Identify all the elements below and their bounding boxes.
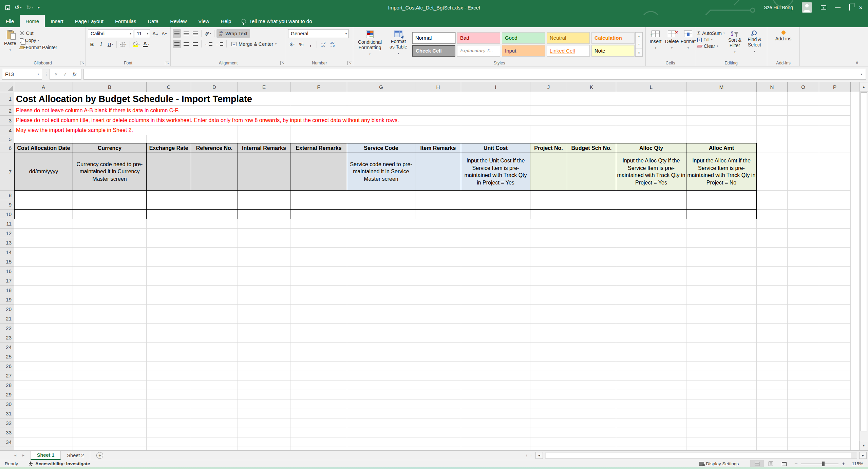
cell-K26[interactable] xyxy=(567,361,616,371)
cell-C18[interactable] xyxy=(147,286,191,295)
cell-C34[interactable] xyxy=(147,437,191,447)
cell-D4[interactable] xyxy=(191,125,238,135)
cell-E14[interactable] xyxy=(238,248,290,257)
cell-C35[interactable] xyxy=(147,447,191,450)
cell-K30[interactable] xyxy=(567,399,616,409)
cell-M33[interactable] xyxy=(686,428,757,437)
cell-E25[interactable] xyxy=(238,352,290,361)
cell-D6[interactable]: Reference No. xyxy=(191,143,238,153)
cell-J13[interactable] xyxy=(530,238,567,248)
cell-D5[interactable] xyxy=(191,135,238,143)
cell-P11[interactable] xyxy=(819,219,851,229)
cell-C20[interactable] xyxy=(147,305,191,314)
cell-G14[interactable] xyxy=(347,248,415,257)
cell-K32[interactable] xyxy=(567,418,616,428)
cell-L1[interactable] xyxy=(616,92,686,106)
clear-button[interactable]: Clear▾ xyxy=(697,43,724,49)
column-header-I[interactable]: I xyxy=(461,82,530,92)
cell-F24[interactable] xyxy=(290,343,347,352)
font-size-select[interactable]: 11▾ xyxy=(134,29,150,38)
cell-G11[interactable] xyxy=(347,219,415,229)
wrap-text-button[interactable]: abc↩ Wrap Text xyxy=(216,29,250,38)
row-header-31[interactable]: 31 xyxy=(0,409,14,418)
shrink-font-button[interactable]: A▾ xyxy=(160,30,168,38)
row-header-32[interactable]: 32 xyxy=(0,418,14,428)
cell-K2[interactable] xyxy=(567,106,616,116)
cell-N16[interactable] xyxy=(757,267,788,276)
cell-H29[interactable] xyxy=(415,390,461,399)
align-center-button[interactable] xyxy=(182,40,190,48)
bold-button[interactable]: B xyxy=(88,40,96,48)
number-format-select[interactable]: General▾ xyxy=(288,29,348,38)
cell-H35[interactable] xyxy=(415,447,461,450)
cell-L9[interactable] xyxy=(616,200,686,210)
cell-I32[interactable] xyxy=(461,418,530,428)
zoom-out-button[interactable]: − xyxy=(794,461,797,467)
cell-L4[interactable] xyxy=(616,125,686,135)
cell-F13[interactable] xyxy=(290,238,347,248)
cell-H14[interactable] xyxy=(415,248,461,257)
cell-E28[interactable] xyxy=(238,380,290,390)
row-header-17[interactable]: 17 xyxy=(0,276,14,286)
cell-L31[interactable] xyxy=(616,409,686,418)
cell-J31[interactable] xyxy=(530,409,567,418)
cell-H34[interactable] xyxy=(415,437,461,447)
cell-D34[interactable] xyxy=(191,437,238,447)
horizontal-scrollbar[interactable] xyxy=(545,452,857,459)
cell-K28[interactable] xyxy=(567,380,616,390)
cell-J9[interactable] xyxy=(530,200,567,210)
cell-K20[interactable] xyxy=(567,305,616,314)
column-header-N[interactable]: N xyxy=(757,82,788,92)
row-header-27[interactable]: 27 xyxy=(0,371,14,380)
cell-A3[interactable]: Please do not edit column title, insert … xyxy=(14,116,73,125)
cell-I3[interactable] xyxy=(461,116,530,125)
zoom-slider-thumb[interactable] xyxy=(822,462,825,466)
cell-M31[interactable] xyxy=(686,409,757,418)
cell-F34[interactable] xyxy=(290,437,347,447)
cell-A34[interactable] xyxy=(14,437,73,447)
scroll-up-button[interactable]: ▲ xyxy=(860,82,868,92)
insert-cells-button[interactable]: ← Insert▾ xyxy=(648,29,663,59)
cell-H13[interactable] xyxy=(415,238,461,248)
cell-E7[interactable] xyxy=(238,153,290,191)
comma-format-button[interactable]: , xyxy=(306,40,315,48)
cell-B7[interactable]: Currency code need to pre-maintained it … xyxy=(73,153,147,191)
cut-button[interactable]: Cut xyxy=(20,31,57,36)
cell-M30[interactable] xyxy=(686,399,757,409)
vertical-scrollbar[interactable]: ▲ ▼ xyxy=(859,82,868,450)
cell-M16[interactable] xyxy=(686,267,757,276)
cell-C29[interactable] xyxy=(147,390,191,399)
cell-I6[interactable]: Unit Cost xyxy=(461,143,530,153)
cell-C5[interactable] xyxy=(147,135,191,143)
cell-J21[interactable] xyxy=(530,314,567,324)
cell-O24[interactable] xyxy=(788,343,819,352)
scroll-down-button[interactable]: ▼ xyxy=(860,441,868,450)
cell-K7[interactable] xyxy=(567,153,616,191)
cell-D29[interactable] xyxy=(191,390,238,399)
cell-E9[interactable] xyxy=(238,200,290,210)
cell-G21[interactable] xyxy=(347,314,415,324)
cell-P22[interactable] xyxy=(819,324,851,333)
cell-H18[interactable] xyxy=(415,286,461,295)
cell-M21[interactable] xyxy=(686,314,757,324)
sheet-tab-sheet-1[interactable]: Sheet 1 xyxy=(31,451,61,460)
row-header-16[interactable]: 16 xyxy=(0,267,14,276)
cell-H16[interactable] xyxy=(415,267,461,276)
cell-style-note[interactable]: Note xyxy=(591,45,635,57)
cell-C4[interactable] xyxy=(147,125,191,135)
cell-K11[interactable] xyxy=(567,219,616,229)
cell-L13[interactable] xyxy=(616,238,686,248)
cell-K8[interactable] xyxy=(567,191,616,200)
cell-O12[interactable] xyxy=(788,229,819,238)
cell-O16[interactable] xyxy=(788,267,819,276)
cell-D26[interactable] xyxy=(191,361,238,371)
cell-D16[interactable] xyxy=(191,267,238,276)
cell-H2[interactable] xyxy=(415,106,461,116)
cell-D22[interactable] xyxy=(191,324,238,333)
row-header-6[interactable]: 6 xyxy=(0,143,14,153)
cell-E29[interactable] xyxy=(238,390,290,399)
cell-A29[interactable] xyxy=(14,390,73,399)
cell-P29[interactable] xyxy=(819,390,851,399)
cell-L32[interactable] xyxy=(616,418,686,428)
cell-D18[interactable] xyxy=(191,286,238,295)
